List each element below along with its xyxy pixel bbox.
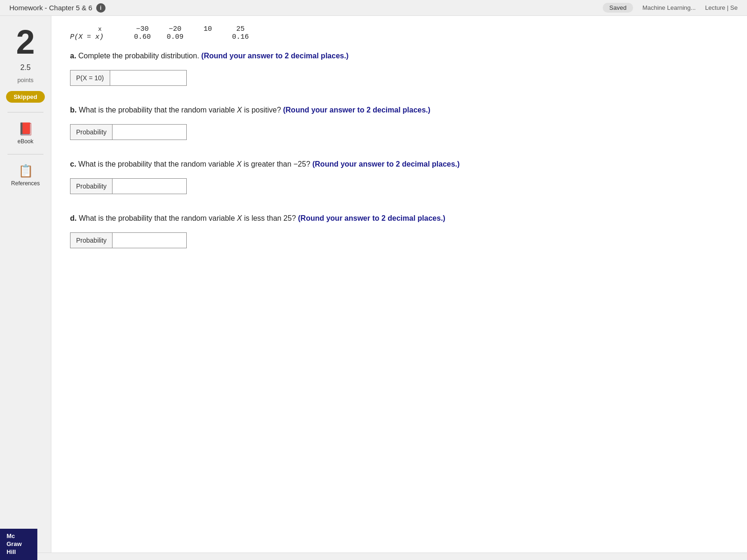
part-a-instruction: a. Complete the probability distribution…: [70, 50, 719, 62]
table-header-x: x: [70, 25, 126, 33]
probability-table: x −30 −20 10 25 P(X = x) 0.60 0.09 0.16: [70, 25, 719, 41]
part-b-bold: (Round your answer to 2 decimal places.): [283, 106, 430, 114]
references-label: References: [11, 180, 40, 187]
part-d-input-row: Probability: [70, 232, 187, 248]
part-c-input[interactable]: [113, 179, 186, 194]
sidebar: 2 2.5 points Skipped 📕 eBook 📋 Reference…: [0, 16, 51, 553]
part-b-label: b.: [70, 106, 77, 114]
mcgraw-line2: Graw: [7, 540, 31, 548]
part-c-section: c. What is the probability that the rand…: [70, 159, 719, 194]
points-label: points: [17, 77, 34, 84]
mcgraw-hill-logo: Mc Graw Hill: [0, 529, 37, 560]
main-layout: 2 2.5 points Skipped 📕 eBook 📋 Reference…: [0, 16, 747, 553]
saved-badge: Saved: [603, 3, 633, 13]
ebook-label: eBook: [17, 138, 33, 145]
info-icon[interactable]: i: [96, 3, 106, 13]
part-b-instruction: b. What is the probability that the rand…: [70, 105, 719, 116]
mcgraw-line1: Mc: [7, 532, 31, 540]
table-val-neg30: 0.60: [126, 33, 159, 41]
references-tool[interactable]: 📋 References: [11, 164, 40, 187]
part-c-input-label: Probability: [70, 179, 113, 194]
table-val-neg20: 0.09: [159, 33, 191, 41]
part-b-input[interactable]: [113, 125, 186, 140]
page-title: Homework - Chapter 5 & 6: [9, 4, 92, 12]
part-d-section: d. What is the probability that the rand…: [70, 213, 719, 248]
question-number: 2: [16, 25, 35, 59]
part-a-bold: (Round your answer to 2 decimal places.): [201, 52, 349, 60]
part-d-label: d.: [70, 214, 77, 222]
x-header: x: [70, 26, 102, 33]
table-col-neg30: −30: [126, 25, 159, 33]
ebook-tool[interactable]: 📕 eBook: [17, 122, 33, 145]
table-val-25: 0.16: [224, 33, 257, 41]
part-c-bold: (Round your answer to 2 decimal places.): [312, 160, 460, 168]
mcgraw-line3: Hill: [7, 548, 31, 556]
part-b-input-label: Probability: [70, 125, 113, 140]
top-bar-right: Saved Machine Learning... Lecture | Se: [603, 3, 738, 13]
top-bar: Homework - Chapter 5 & 6 i Saved Machine…: [0, 0, 747, 16]
bottom-bar: ‹ Prev 2 of 20 ⁝ Next ›: [0, 553, 747, 560]
part-a-text: Complete the probability distribution.: [78, 52, 199, 60]
table-col-10: 10: [191, 25, 224, 33]
top-link-machine-learning[interactable]: Machine Learning...: [642, 4, 696, 11]
table-col-25: 25: [224, 25, 257, 33]
table-val-10: [191, 33, 224, 41]
part-d-text: What is the probability that the random …: [79, 214, 298, 222]
references-icon: 📋: [18, 164, 33, 178]
part-a-input-row: P(X = 10): [70, 70, 187, 86]
part-a-section: a. Complete the probability distribution…: [70, 50, 719, 86]
points-value: 2.5: [20, 63, 30, 71]
table-col-neg20: −20: [159, 25, 191, 33]
part-d-input[interactable]: [113, 233, 186, 248]
part-c-label: c.: [70, 160, 76, 168]
book-icon: 📕: [18, 122, 33, 136]
part-d-input-label: Probability: [70, 233, 113, 248]
part-d-bold: (Round your answer to 2 decimal places.): [298, 214, 445, 222]
part-c-input-row: Probability: [70, 178, 187, 194]
part-d-instruction: d. What is the probability that the rand…: [70, 213, 719, 224]
part-b-section: b. What is the probability that the rand…: [70, 105, 719, 140]
sidebar-divider: [7, 112, 43, 112]
top-bar-left: Homework - Chapter 5 & 6 i: [9, 3, 106, 13]
part-a-input[interactable]: [110, 70, 186, 85]
top-link-lecture[interactable]: Lecture | Se: [705, 4, 738, 11]
skipped-badge: Skipped: [6, 91, 45, 103]
part-c-text: What is the probability that the random …: [78, 160, 312, 168]
part-a-input-label: P(X = 10): [70, 70, 110, 85]
part-a-label: a.: [70, 52, 76, 60]
sidebar-divider-2: [7, 154, 43, 154]
part-b-input-row: Probability: [70, 124, 187, 140]
part-b-text: What is the probability that the random …: [79, 106, 283, 114]
content-area: x −30 −20 10 25 P(X = x) 0.60 0.09 0.16 …: [51, 16, 747, 553]
table-header-px: P(X = x): [70, 33, 126, 41]
part-c-instruction: c. What is the probability that the rand…: [70, 159, 719, 170]
